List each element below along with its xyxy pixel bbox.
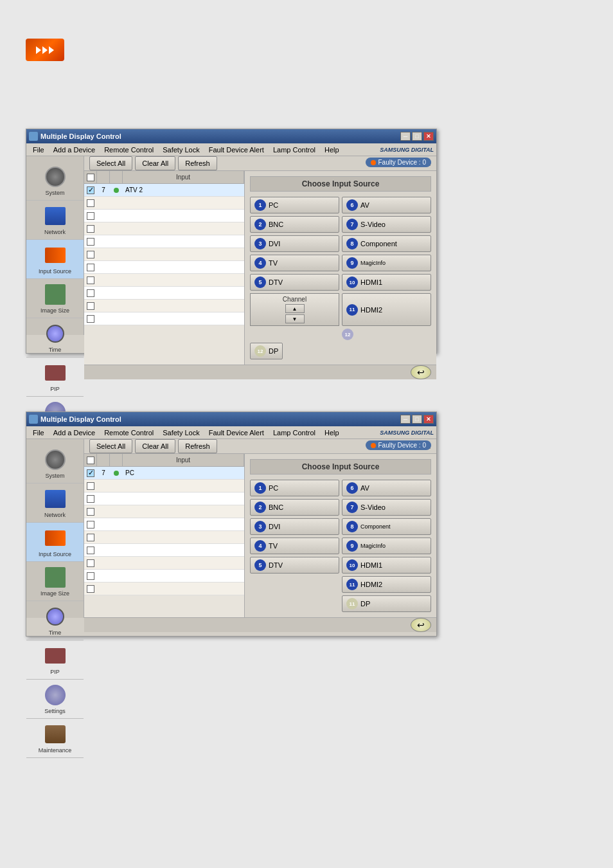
row-check[interactable] xyxy=(84,238,97,246)
menu-add-device[interactable]: Add a Device xyxy=(49,145,99,155)
menu2-lamp-control[interactable]: Lamp Control xyxy=(269,428,319,438)
titlebar-buttons1[interactable]: ─ □ ✕ xyxy=(400,132,434,141)
menu2-safety-lock[interactable]: Safety Lock xyxy=(159,428,203,438)
input-btn-component[interactable]: 8 Component xyxy=(342,235,431,252)
menu-help[interactable]: Help xyxy=(321,145,343,155)
table-row[interactable] xyxy=(84,287,244,300)
refresh-button2[interactable]: Refresh xyxy=(178,439,217,453)
row-checkbox[interactable] xyxy=(87,585,94,593)
header-checkbox[interactable] xyxy=(87,174,94,181)
input2-btn-component[interactable]: 8 Component xyxy=(342,518,431,535)
row-check[interactable] xyxy=(84,547,97,554)
row-check[interactable] xyxy=(84,289,97,297)
sidebar-item-pip[interactable]: PIP xyxy=(26,357,84,397)
row-checkbox[interactable] xyxy=(87,482,94,490)
table-row[interactable] xyxy=(84,505,244,518)
table-row[interactable] xyxy=(84,222,244,235)
row-check[interactable] xyxy=(84,482,97,490)
menu-safety-lock[interactable]: Safety Lock xyxy=(159,145,203,155)
sidebar2-item-pip[interactable]: PIP xyxy=(26,640,84,680)
row-check[interactable] xyxy=(84,585,97,593)
input2-btn-hdmi1[interactable]: 10 HDMI1 xyxy=(342,557,431,574)
row-check[interactable] xyxy=(84,508,97,516)
channel-up-button[interactable]: ▲ xyxy=(285,304,305,313)
sidebar-item-input-source[interactable]: Input Source xyxy=(26,240,84,279)
input2-btn-dp[interactable]: 11 DP xyxy=(342,595,431,612)
row-check[interactable] xyxy=(84,264,97,271)
apply-button1[interactable]: ↩ xyxy=(411,365,431,379)
input2-btn-dvi[interactable]: 3 DVI xyxy=(250,518,339,535)
menu2-remote-control[interactable]: Remote Control xyxy=(100,428,157,438)
menu-lamp-control[interactable]: Lamp Control xyxy=(269,145,319,155)
table-row[interactable] xyxy=(84,544,244,557)
table-row[interactable] xyxy=(84,493,244,505)
sidebar2-item-time[interactable]: Time xyxy=(26,601,84,640)
table-row[interactable]: ✓ 7 PC xyxy=(84,467,244,480)
maximize-button1[interactable]: □ xyxy=(412,132,422,141)
row-checkbox[interactable] xyxy=(87,534,94,541)
row-checkbox[interactable] xyxy=(87,212,94,220)
menu2-file[interactable]: File xyxy=(29,428,48,438)
row-check[interactable] xyxy=(84,251,97,258)
titlebar-buttons2[interactable]: ─ □ ✕ xyxy=(400,415,434,424)
menu2-add-device[interactable]: Add a Device xyxy=(49,428,99,438)
input-btn-tv[interactable]: 4 TV xyxy=(250,255,339,271)
menu-fault-device[interactable]: Fault Device Alert xyxy=(205,145,268,155)
table-row[interactable] xyxy=(84,300,244,312)
row-checkbox[interactable] xyxy=(87,547,94,554)
input-btn-dp[interactable]: 12 DP xyxy=(250,343,283,359)
row-checkbox[interactable] xyxy=(87,225,94,233)
clear-all-button1[interactable]: Clear All xyxy=(135,156,175,170)
sidebar-item-network[interactable]: Network xyxy=(26,201,84,240)
row-checkbox[interactable] xyxy=(87,495,94,503)
sidebar2-item-network[interactable]: Network xyxy=(26,484,84,523)
row-check[interactable] xyxy=(84,521,97,529)
sidebar-item-system[interactable]: System xyxy=(26,161,84,201)
row-checkbox[interactable] xyxy=(87,199,94,207)
row-check[interactable] xyxy=(84,534,97,541)
row-checkbox[interactable] xyxy=(87,559,94,567)
sidebar2-item-settings[interactable]: Settings xyxy=(26,680,84,719)
table-row[interactable] xyxy=(84,210,244,222)
table-row[interactable] xyxy=(84,274,244,287)
row-checkbox[interactable] xyxy=(87,238,94,246)
table-row[interactable] xyxy=(84,480,244,493)
row-checkbox[interactable]: ✓ xyxy=(87,469,94,477)
input-btn-magicinfo[interactable]: 9 MagicInfo xyxy=(342,255,431,271)
sidebar2-item-input-source[interactable]: Input Source xyxy=(26,523,84,562)
input2-btn-pc[interactable]: 1 PC xyxy=(250,480,339,496)
row-checkbox[interactable] xyxy=(87,315,94,323)
table-row[interactable] xyxy=(84,570,244,583)
input-btn-hdmi2[interactable]: 11 HDMI2 xyxy=(342,293,431,326)
row-checkbox[interactable] xyxy=(87,521,94,529)
table-row[interactable] xyxy=(84,557,244,570)
row-checkbox[interactable]: ✓ xyxy=(87,186,94,194)
sidebar-item-image-size[interactable]: Image Size xyxy=(26,279,84,318)
select-all-button1[interactable]: Select All xyxy=(89,156,132,170)
menu2-fault-device[interactable]: Fault Device Alert xyxy=(205,428,268,438)
input2-btn-svideo[interactable]: 7 S-Video xyxy=(342,499,431,516)
maximize-button2[interactable]: □ xyxy=(412,415,422,424)
clear-all-button2[interactable]: Clear All xyxy=(135,439,175,453)
row-checkbox[interactable] xyxy=(87,276,94,284)
input2-btn-bnc[interactable]: 2 BNC xyxy=(250,499,339,516)
channel-down-button[interactable]: ▼ xyxy=(285,314,305,323)
sidebar2-item-system[interactable]: System xyxy=(26,444,84,484)
table-row[interactable] xyxy=(84,583,244,595)
sidebar2-item-maintenance[interactable]: Maintenance xyxy=(26,719,84,758)
sidebar2-item-image-size[interactable]: Image Size xyxy=(26,562,84,601)
input-btn-hdmi1[interactable]: 10 HDMI1 xyxy=(342,274,431,291)
row-checkbox[interactable] xyxy=(87,302,94,310)
input-btn-av[interactable]: 6 AV xyxy=(342,197,431,213)
row-check[interactable] xyxy=(84,212,97,220)
input-btn-dtv[interactable]: 5 DTV xyxy=(250,274,339,291)
input2-btn-av[interactable]: 6 AV xyxy=(342,480,431,496)
input-btn-svideo[interactable]: 7 S-Video xyxy=(342,216,431,233)
minimize-button1[interactable]: ─ xyxy=(400,132,411,141)
row-check[interactable]: ✓ xyxy=(84,469,97,477)
input2-btn-dtv[interactable]: 5 DTV xyxy=(250,557,339,574)
row-checkbox[interactable] xyxy=(87,572,94,580)
table-row[interactable] xyxy=(84,261,244,274)
row-checkbox[interactable] xyxy=(87,289,94,297)
input2-btn-magicinfo[interactable]: 9 MagicInfo xyxy=(342,538,431,554)
